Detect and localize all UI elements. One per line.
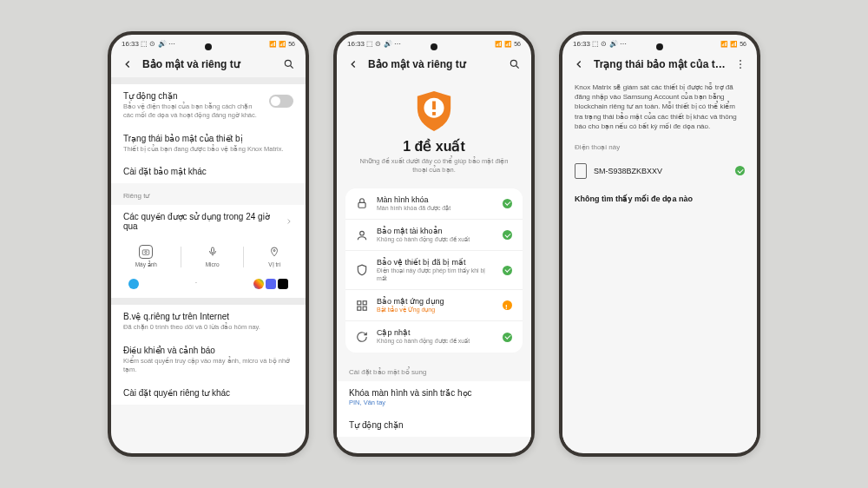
other-privacy-item[interactable]: Cài đặt quyền riêng tư khác (111, 381, 306, 405)
other-security-item[interactable]: Cài đặt bảo mật khác (111, 160, 306, 183)
internet-privacy-item[interactable]: B.vệ q.riêng tư trên Internet Đã chặn 0 … (111, 305, 306, 339)
tiktok-icon (278, 279, 288, 289)
recommendation-header: 1 đề xuất Những đề xuất dưới đây có thể … (337, 77, 531, 181)
svg-point-15 (740, 60, 741, 62)
additional-security-label: Cài đặt bảo mật bổ sung (337, 359, 531, 381)
lock-biometrics-item[interactable]: Khóa màn hình và sinh trắc học PIN, Vân … (337, 381, 531, 413)
svg-rect-13 (358, 307, 361, 310)
status-ok-icon (735, 166, 745, 175)
page-title: Trạng thái bảo mật của thi... (594, 58, 726, 70)
chevron-right-icon (285, 217, 293, 226)
svg-rect-9 (358, 203, 365, 208)
svg-point-5 (510, 60, 516, 66)
update-item[interactable]: Cập nhật Không có hành động được đề xuất (345, 321, 523, 352)
page-header: Bảo mật và riêng tư (111, 51, 306, 77)
controls-alerts-item[interactable]: Điều khiển và cảnh báo Kiểm soát quyền t… (111, 339, 306, 381)
status-ok-icon (503, 199, 512, 208)
svg-rect-12 (363, 301, 366, 305)
status-ok-icon (503, 333, 512, 342)
device-model: SM-S938BZKBXXV (594, 167, 728, 175)
page-title: Bảo mật và riêng tư (368, 58, 500, 70)
camera-icon (139, 245, 153, 259)
svg-point-17 (740, 67, 741, 69)
apps-icon (356, 300, 368, 312)
user-icon (356, 229, 368, 241)
shield-warning-icon (414, 89, 454, 133)
svg-point-10 (360, 231, 365, 235)
recommendation-sub: Những đề xuất dưới đây có thể giúp bảo m… (349, 157, 519, 175)
refresh-icon (356, 331, 368, 343)
knox-description: Knox Matrix sẽ giám sát các thiết bị đượ… (562, 77, 757, 140)
security-status-item[interactable]: Trạng thái bảo mật của thiết bị Thiết bị… (111, 127, 306, 161)
micro-permission[interactable]: Micro (206, 245, 220, 268)
shield-icon (356, 264, 368, 276)
mic-icon (206, 245, 220, 259)
svg-rect-11 (358, 301, 361, 305)
phone-icon (575, 163, 587, 179)
telegram-icon (128, 279, 139, 289)
lock-icon (356, 197, 368, 209)
auto-block-sub: Bảo vệ điện thoại của bạn bằng cách chặn… (123, 102, 262, 120)
svg-point-2 (145, 251, 148, 254)
svg-rect-1 (143, 250, 150, 254)
more-icon[interactable] (734, 58, 746, 70)
permissions-24h-item[interactable]: Các quyền được sử dụng trong 24 giờ qua (111, 205, 306, 238)
camera-permission[interactable]: Máy ảnh (135, 245, 157, 268)
back-icon[interactable] (122, 58, 134, 70)
device-row[interactable]: SM-S938BZKBXXV (562, 156, 757, 186)
svg-point-16 (740, 63, 741, 65)
page-header: Bảo mật và riêng tư (337, 51, 531, 77)
google-icon (253, 279, 264, 289)
security-items-card: Màn hình khóa Màn hình khóa đã được đặt … (345, 188, 523, 353)
status-ok-icon (503, 266, 512, 275)
search-icon[interactable] (509, 58, 521, 70)
app-security-item[interactable]: Bảo mật ứng dụng Bật bảo vệ Ứng dụng (345, 290, 523, 321)
privacy-section-label: Riêng tư (111, 183, 306, 205)
svg-point-0 (285, 60, 291, 66)
auto-block-title: Tự động chặn (123, 91, 262, 101)
back-icon[interactable] (347, 58, 359, 70)
auto-block-item[interactable]: Tự động chặn (337, 413, 531, 437)
page-title: Bảo mật và riêng tư (142, 58, 274, 70)
auto-block-item[interactable]: Tự động chặn Bảo vệ điện thoại của bạn b… (111, 84, 306, 127)
location-permission[interactable]: Vị trí (267, 245, 281, 268)
lock-screen-item[interactable]: Màn hình khóa Màn hình khóa đã được đặt (345, 188, 523, 220)
svg-rect-14 (363, 307, 366, 310)
location-icon (267, 245, 281, 259)
page-header: Trạng thái bảo mật của thi... (562, 51, 757, 77)
svg-rect-7 (432, 102, 436, 110)
account-security-item[interactable]: Bảo mật tài khoản Không có hành động đượ… (345, 220, 523, 251)
app-icon (266, 279, 276, 289)
svg-rect-8 (432, 112, 436, 115)
recommendation-count: 1 đề xuất (403, 138, 465, 155)
lost-device-item[interactable]: Bảo vệ thiết bị đã bị mất Điện thoại này… (345, 251, 523, 290)
no-threats-text: Không tìm thấy mối đe dọa nào (562, 186, 757, 212)
svg-point-4 (273, 250, 275, 252)
svg-rect-3 (211, 247, 214, 253)
status-warning-icon (503, 300, 512, 310)
search-icon[interactable] (283, 58, 295, 70)
this-device-label: Điện thoại này (562, 140, 757, 156)
auto-block-toggle[interactable] (269, 95, 293, 108)
permission-icons-row: Máy ảnh Micro Vị trí (111, 238, 306, 275)
app-icons-row: - (111, 275, 306, 298)
status-ok-icon (503, 230, 512, 240)
back-icon[interactable] (573, 58, 585, 70)
